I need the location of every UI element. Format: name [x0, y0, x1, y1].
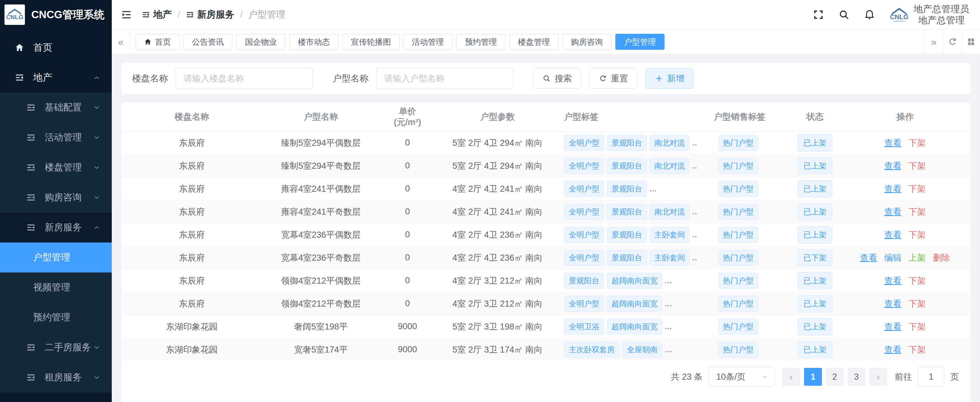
tab-楼盘管理[interactable]: 楼盘管理	[509, 34, 558, 50]
estate-name-label: 楼盘名称	[132, 73, 168, 85]
action-查看[interactable]: 查看	[884, 298, 902, 309]
action-下架[interactable]: 下架	[908, 160, 926, 172]
sidebar-item-基础配置[interactable]: 基础配置	[0, 93, 112, 122]
fullscreen-icon[interactable]	[813, 9, 824, 21]
search-icon[interactable]	[838, 9, 850, 21]
pager-page-1[interactable]: 1	[804, 368, 822, 386]
pager-page-2[interactable]: 2	[826, 368, 844, 386]
pager-next-icon[interactable]: ›	[869, 368, 887, 386]
sidebar-item-首页[interactable]: 首页	[0, 33, 112, 63]
sidebar-item-租房服务[interactable]: 租房服务	[0, 362, 112, 393]
cell-unit-name: 雍容4室241平偶数层	[262, 183, 379, 195]
cell-unit-name: 雍容4室241平奇数层	[262, 206, 379, 218]
action-查看[interactable]: 查看	[884, 183, 902, 195]
cell-unit-tags: 全明卫浴超阔南向面宽...	[560, 319, 697, 335]
cell-unit-price: 0	[379, 138, 435, 148]
pager-page-3[interactable]: 3	[848, 368, 865, 386]
action-查看[interactable]: 查看	[884, 275, 902, 286]
cell-unit-params: 4室 2厅 4卫 236㎡ 南向	[436, 229, 560, 241]
action-下架[interactable]: 下架	[908, 298, 926, 309]
column-header-操作: 操作	[848, 111, 962, 122]
tab-宣传轮播图[interactable]: 宣传轮播图	[342, 34, 399, 50]
sidebar-item-新房服务[interactable]: 新房服务	[0, 212, 112, 242]
page-size-select[interactable]: 10条/页	[708, 367, 775, 387]
action-下架[interactable]: 下架	[908, 137, 926, 149]
sidebar-item-label: 户型管理	[33, 251, 70, 264]
estate-name-input[interactable]	[176, 68, 313, 89]
tab-购房咨询[interactable]: 购房咨询	[562, 34, 611, 50]
tabs-layout-grid-icon[interactable]	[961, 30, 980, 54]
action-查看[interactable]: 查看	[884, 160, 902, 172]
sidebar-item-户型管理[interactable]: 户型管理	[0, 242, 112, 272]
breadcrumb-item-新房服务[interactable]: 新房服务	[186, 8, 234, 21]
unit-tag: 景观阳台	[607, 250, 647, 266]
action-编辑[interactable]: 编辑	[884, 252, 902, 264]
menu-icon	[26, 132, 37, 142]
sidebar-item-购房咨询[interactable]: 购房咨询	[0, 182, 112, 212]
sidebar-item-楼盘管理[interactable]: 楼盘管理	[0, 152, 112, 182]
search-button[interactable]: 搜索	[533, 68, 581, 89]
tabs-scroll-right-icon[interactable]: »	[924, 30, 943, 54]
action-查看[interactable]: 查看	[884, 137, 902, 149]
tab-户型管理[interactable]: 户型管理	[615, 34, 665, 50]
tabs-scroll-left-icon[interactable]: «	[112, 30, 130, 54]
unit-tag: 全明户型	[564, 181, 604, 197]
notification-bell-icon[interactable]	[864, 9, 875, 21]
tab-预约管理[interactable]: 预约管理	[456, 34, 506, 50]
sidebar-item-预约管理[interactable]: 预约管理	[0, 302, 112, 332]
user-info[interactable]: CNLG 地产总管理员 地产总管理	[889, 3, 969, 26]
sidebar-item-label: 首页	[33, 41, 52, 54]
sidebar-item-视频管理[interactable]: 视频管理	[0, 272, 112, 302]
tab-首页[interactable]: 首页	[135, 34, 180, 50]
cell-unit-name: 臻制5室294平奇数层	[262, 160, 379, 172]
action-查看[interactable]: 查看	[860, 252, 877, 264]
action-上架[interactable]: 上架	[908, 252, 926, 264]
action-查看[interactable]: 查看	[884, 229, 902, 241]
action-下架[interactable]: 下架	[908, 206, 926, 218]
action-查看[interactable]: 查看	[884, 344, 902, 355]
action-下架[interactable]: 下架	[908, 344, 926, 355]
unit-tag: 全明户型	[564, 296, 604, 312]
cell-status: 已上架	[782, 157, 848, 174]
cell-status: 已上架	[782, 180, 848, 198]
tab-活动管理[interactable]: 活动管理	[403, 34, 452, 50]
cell-unit-name: 宽奢5室174平	[262, 344, 379, 355]
action-下架[interactable]: 下架	[908, 183, 926, 195]
user-org-logo-icon: CNLG	[889, 6, 909, 24]
column-header-户型参数: 户型参数	[436, 111, 560, 122]
column-header-户型标签: 户型标签	[560, 111, 697, 122]
sidebar-fold-icon[interactable]	[120, 8, 133, 21]
cell-unit-params: 4室 2厅 3卫 212㎡ 南向	[436, 298, 560, 309]
tab-国企物业[interactable]: 国企物业	[236, 34, 285, 50]
action-查看[interactable]: 查看	[884, 206, 902, 218]
breadcrumb-item-地产[interactable]: 地产	[142, 8, 172, 21]
tab-楼市动态[interactable]: 楼市动态	[289, 34, 339, 50]
search-icon	[542, 74, 551, 82]
goto-page-input[interactable]	[918, 367, 945, 387]
cell-sale-tag: 热门户型	[697, 158, 782, 174]
cell-actions: 查看下架	[848, 298, 962, 309]
cell-unit-name: 奢阔5室198平	[262, 321, 379, 332]
cell-estate-name: 东辰府	[121, 275, 262, 286]
cell-unit-tags: 主次卧双套房全屋朝南...	[560, 342, 697, 358]
menu-icon	[15, 73, 25, 82]
action-下架[interactable]: 下架	[908, 275, 926, 286]
unit-name-input[interactable]	[376, 68, 514, 89]
menu-icon	[26, 192, 37, 203]
add-button[interactable]: 新增	[646, 68, 694, 89]
sidebar-item-地产[interactable]: 地产	[0, 63, 112, 93]
tab-公告资讯[interactable]: 公告资讯	[183, 34, 232, 50]
cell-unit-price: 9000	[379, 321, 435, 331]
action-删除[interactable]: 删除	[933, 252, 950, 264]
action-查看[interactable]: 查看	[884, 321, 902, 332]
cell-unit-price: 0	[379, 253, 435, 263]
action-下架[interactable]: 下架	[908, 229, 926, 241]
action-下架[interactable]: 下架	[908, 321, 926, 332]
tabs-refresh-icon[interactable]	[943, 30, 961, 54]
sidebar-item-活动管理[interactable]: 活动管理	[0, 122, 112, 152]
sidebar-item-二手房服务[interactable]: 二手房服务	[0, 332, 112, 362]
pager-prev-icon[interactable]: ‹	[782, 368, 800, 386]
status-badge: 已上架	[797, 157, 832, 174]
reset-button[interactable]: 重置	[589, 68, 637, 89]
sidebar-menu: 首页地产基础配置活动管理楼盘管理购房咨询新房服务户型管理视频管理预约管理二手房服…	[0, 29, 112, 402]
